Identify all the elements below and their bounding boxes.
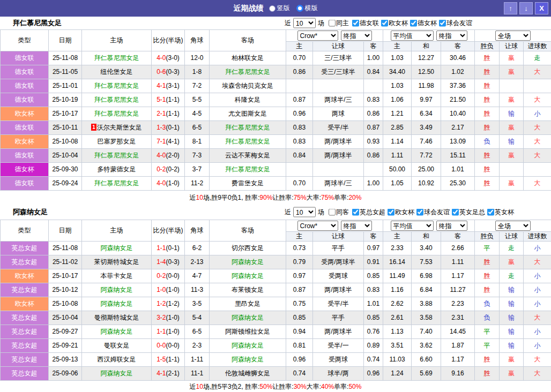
fulltime-score: 1-1 [157, 244, 166, 252]
avg-draw-odds: 3.49 [412, 121, 441, 135]
away-odds: 0.76 [364, 325, 383, 339]
goals-result-text: 小 [524, 297, 551, 311]
odds-stage-select[interactable]: 终指 [341, 31, 372, 41]
league-filter-checkbox[interactable]: 球会友谊 [439, 19, 472, 28]
home-odds: 0.87 [286, 283, 313, 297]
away-team-name: 切尔西女足 [232, 244, 264, 252]
same-venue-checkbox[interactable]: 同主 [329, 19, 349, 28]
away-team-name: 阿森纳女足 [232, 314, 264, 321]
away-odds: 0.93 [364, 135, 383, 149]
match-date: 25-11-08 [49, 51, 82, 65]
bookmaker-select[interactable]: Crow* [297, 31, 338, 41]
league-filter-checkbox[interactable]: 球会友谊 [416, 208, 450, 217]
halftime-score: (0-1) [166, 244, 180, 252]
avg-away-odds: 15.11 [441, 149, 475, 163]
match-row: 德女联25-10-111沃尔夫斯堡女足1-3(0-1)6-5拜仁慕尼黑女足0.8… [1, 121, 551, 135]
handicap-result-text: 赢 [500, 121, 524, 135]
home-team-name: 多特蒙德女足 [98, 165, 136, 173]
home-team: 拜仁慕尼黑女足 [82, 149, 152, 163]
fulltime-score: 3-2 [157, 314, 166, 321]
avg-draw-odds: 6.98 [412, 269, 441, 283]
move-down-button[interactable]: ↓ [519, 2, 533, 14]
handicap-line: 受两/两球半 [313, 255, 364, 269]
layout-option-horizontal[interactable]: 横版 [296, 4, 318, 13]
average-select[interactable]: 平均值 [391, 31, 434, 41]
avg-away-odds: 11.27 [441, 283, 475, 297]
avg-draw-odds: 7.72 [412, 149, 441, 163]
match-date: 25-09-13 [49, 353, 82, 367]
scope-select[interactable]: 全场 [495, 221, 531, 231]
avg-draw-odds: 3.40 [412, 242, 441, 255]
recent-count-select[interactable]: 10 [293, 18, 316, 28]
avg-away-odds: 1.01 [441, 163, 475, 177]
same-venue-checkbox[interactable]: 同客 [329, 208, 349, 217]
score: 1-1(0-1) [152, 242, 185, 255]
layout-option-vertical[interactable]: 竖版 [269, 4, 290, 13]
col-handicap: 让球 [313, 232, 364, 242]
result-text: 负 [475, 135, 500, 149]
scope-select[interactable]: 全场 [495, 31, 531, 41]
corners: 7-2 [185, 79, 210, 93]
score: 1-4(0-3) [152, 255, 185, 269]
recent-count-select[interactable]: 10 [293, 207, 316, 217]
same-venue-label: 同主 [336, 19, 349, 28]
match-date: 25-11-05 [49, 65, 82, 79]
avg-stage-select[interactable]: 终指 [436, 221, 467, 231]
average-select[interactable]: 平均值 [391, 221, 434, 231]
handicap-result-text: 赢 [500, 51, 524, 65]
radio-selected-icon [296, 5, 303, 12]
down-arrow-icon: ↓ [524, 4, 528, 12]
match-row: 德女联25-09-24拜仁慕尼黑女足4-0(1-0)11-2费雷堡女足0.70两… [1, 177, 551, 191]
summary-part: 近 [190, 382, 196, 391]
col-home: 主场 [82, 220, 152, 242]
corners: 3-5 [185, 297, 210, 311]
league-filter-checkbox[interactable]: 德女联 [352, 19, 379, 28]
away-team-name: 拜仁慕尼黑女足 [225, 165, 270, 173]
league-filter-checkbox[interactable]: 英女足总 [452, 208, 485, 217]
arsenal-section: 阿森纳女足 近10场同客英总女超欧女杯球会友谊英女足总英女杯 类型 日期 主场 … [0, 205, 551, 392]
away-team: 云达不莱梅女足 [210, 149, 286, 163]
match-row: 德女联25-10-19拜仁慕尼黑女足5-1(1-1)5-5科隆女足0.87两球半… [1, 93, 551, 107]
league-filter-checkbox[interactable]: 欧女杯 [381, 19, 408, 28]
col-away: 客场 [210, 220, 286, 242]
move-up-button[interactable]: ↑ [504, 2, 517, 14]
league-filter-checkbox[interactable]: 欧女杯 [388, 208, 414, 217]
corners: 4-5 [185, 107, 210, 121]
away-team-name: 埃森舍纳贝克女足 [222, 82, 273, 89]
halftime-score: (1-2) [166, 300, 180, 307]
home-team: 阿森纳女足 [82, 242, 152, 255]
fulltime-score: 5-1 [157, 96, 166, 103]
recent-label: 近 [285, 208, 291, 217]
goals-result-text [524, 163, 551, 177]
avg-home-odds: 1.05 [383, 177, 412, 191]
away-team: 科隆女足 [210, 93, 286, 107]
avg-home-odds: 1.11 [383, 149, 412, 163]
avg-away-odds: 21.50 [441, 93, 475, 107]
odds-stage-select[interactable]: 终指 [341, 221, 372, 231]
goals-result-text: 小 [524, 325, 551, 339]
col-odds-home: 主 [286, 42, 313, 51]
league-filter-checkbox[interactable]: 英总女超 [352, 208, 385, 217]
avg-home-odds: 50.00 [383, 163, 412, 177]
league-filter-checkbox[interactable]: 英女杯 [487, 208, 514, 217]
home-team: 多特蒙德女足 [82, 163, 152, 177]
match-row: 英总女超25-09-21曼联女足0-0(0-0)2-3阿森纳女足0.81受半/一… [1, 339, 551, 353]
avg-home-odds: 2.62 [383, 297, 412, 311]
score: 1-1(1-0) [152, 325, 185, 339]
avg-stage-select[interactable]: 终指 [436, 31, 467, 41]
summary-part: 让胜率: [272, 193, 293, 202]
league-filter-checkbox[interactable]: 德女杯 [410, 19, 437, 28]
handicap-result-text: 输 [500, 135, 524, 149]
col-handicap-result: 让球 [500, 42, 524, 51]
col-goals: 进球数 [524, 42, 551, 51]
avg-draw-odds: 10.92 [412, 177, 441, 191]
home-team: 拜仁慕尼黑女足 [82, 107, 152, 121]
league-badge: 英总女超 [1, 255, 49, 269]
close-button[interactable]: X [535, 2, 548, 14]
bookmaker-select[interactable]: Crow* [297, 221, 338, 231]
away-team: 阿森纳女足 [210, 353, 286, 367]
away-team: 埃森舍纳贝克女足 [210, 79, 286, 93]
handicap-line: 两/两球半 [313, 283, 364, 297]
handicap-result-text: 赢 [500, 65, 524, 79]
team-name: 拜仁慕尼黑女足 [13, 18, 62, 28]
